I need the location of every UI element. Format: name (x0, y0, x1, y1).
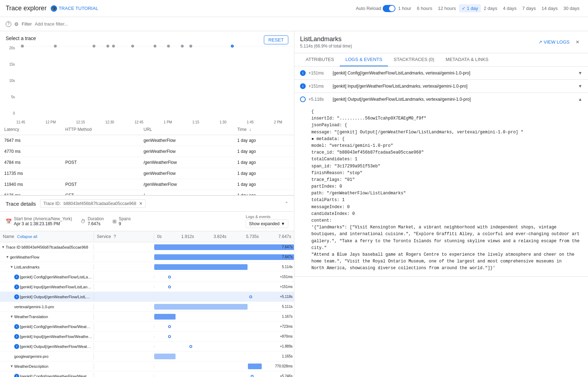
time-1h[interactable]: 1 hour (395, 4, 414, 12)
scatter-dot[interactable] (93, 45, 95, 48)
collapse-all-btn[interactable]: Collapse all (17, 234, 37, 239)
expand-icon[interactable]: ⌃ (285, 201, 288, 206)
cell-method (61, 168, 139, 179)
span-timeline-cell: +151ms (154, 276, 294, 278)
span-name-text: Trace ID b88043ef456b87fcadaa5ea05ccae96… (6, 245, 88, 249)
filter-label[interactable]: Filter (22, 21, 32, 27)
table-row[interactable]: 4784 ms POST /genWeatherFlow 1 day ago (0, 157, 294, 168)
span-row[interactable]: vertexai/gemini-1.0-pro 5.111s (0, 302, 294, 312)
span-row[interactable]: ▼ListLandmarks 5.114s (0, 262, 294, 272)
help-icon[interactable]: ? (6, 21, 11, 27)
log-entry-header[interactable]: i +151ms [genkit] Input[/genWeatherFlow/… (294, 80, 588, 93)
span-label: 7.647s (282, 255, 293, 259)
table-row[interactable]: 11940 ms POST /genWeatherFlow 1 day ago (0, 179, 294, 190)
scatter-dot[interactable] (154, 45, 156, 48)
trace-table-section: Latency HTTP Method URL Time ↓ 7647 ms g… (0, 124, 294, 195)
col-method[interactable]: HTTP Method (61, 124, 139, 135)
table-row[interactable]: 7647 ms genWeatherFlow 1 day ago (0, 135, 294, 146)
log-body-line: totalCandidates: 1 (311, 156, 582, 163)
scatter-dot[interactable] (131, 45, 134, 48)
col-time[interactable]: Time ↓ (233, 124, 294, 135)
chevron-icon[interactable]: ▼ (10, 315, 13, 318)
span-row[interactable]: i[genkit] Output[/genWeatherFlow/Weather… (0, 342, 294, 351)
col-latency[interactable]: Latency (0, 124, 61, 135)
span-name-text: [genkit] Config[/genWeatherFlow/WeatherT… (20, 325, 92, 329)
scatter-dot[interactable] (167, 45, 170, 48)
span-row[interactable]: i[genkit] Config[/genWeatherFlow/ListLan… (0, 272, 294, 282)
span-row[interactable]: i[genkit] Output[/genWeatherFlow/ListLan… (0, 292, 294, 302)
tab-attributes[interactable]: ATTRIBUTES (300, 53, 340, 66)
trace-tutorial-badge[interactable]: 🎓 TRACE TUTORIAL (51, 5, 98, 12)
log-body-line: '{"landmarks": ["Visit Kensington Market… (311, 224, 582, 231)
log-body-line: message: "[genkit] Output[/genWeatherFlo… (311, 129, 582, 136)
chevron-icon[interactable]: ▼ (10, 364, 13, 368)
span-service-cell (94, 375, 154, 377)
scatter-dot[interactable] (189, 45, 192, 48)
clear-trace-icon[interactable]: ✕ (139, 201, 143, 206)
time-7d[interactable]: 7 days (520, 4, 539, 12)
info-badge: i (14, 374, 19, 377)
span-name-text: [genkit] Input[/genWeatherFlow/ListLandm… (20, 285, 92, 289)
log-entry-header[interactable]: i +151ms [genkit] Config[/genWeatherFlow… (294, 67, 588, 79)
span-row[interactable]: i[genkit] Input[/genWeatherFlow/WeatherT… (0, 332, 294, 342)
table-row[interactable]: 6176 ms GET / 1 day ago (0, 190, 294, 195)
span-timeline-cell: +5.118s (154, 296, 294, 298)
logs-dropdown-select[interactable]: Show expanded ▼ (246, 220, 288, 228)
view-logs-button[interactable]: ↗ VIEW LOGS (538, 39, 570, 45)
time-6h[interactable]: 6 hours (414, 4, 435, 12)
span-name-text: googleai/gemini-pro (14, 354, 49, 359)
time-30d[interactable]: 30 days (560, 4, 582, 12)
span-bar (154, 264, 248, 270)
span-name-text: [genkit] Config[/genWeatherFlow/WeatherD… (20, 374, 92, 377)
time-1d[interactable]: 1 day (459, 4, 481, 12)
filter-input[interactable] (35, 21, 582, 27)
span-row[interactable]: i[genkit] Config[/genWeatherFlow/Weather… (0, 322, 294, 332)
chevron-icon[interactable]: ▼ (10, 265, 13, 269)
chevron-icon[interactable]: ▼ (6, 255, 9, 259)
time-2d[interactable]: 2 days (481, 4, 500, 12)
span-name-cell: i[genkit] Output[/genWeatherFlow/ListLan… (0, 293, 94, 300)
timeline-3824s: 3.824s (213, 234, 226, 239)
scatter-dot[interactable] (54, 45, 57, 48)
scatter-dot[interactable] (112, 45, 115, 48)
time-14d[interactable]: 14 days (539, 4, 561, 12)
scatter-dot[interactable] (106, 45, 109, 48)
span-row[interactable]: ▼Trace ID b88043ef456b87fcadaa5ea05ccae9… (0, 242, 294, 252)
log-expand-icon[interactable]: ▲ (578, 97, 582, 102)
time-12h[interactable]: 12 hours (435, 4, 459, 12)
scatter-dot[interactable] (181, 45, 184, 48)
log-expand-icon[interactable]: ▼ (578, 71, 582, 76)
log-body-line: candidateIndex: 0 (311, 211, 582, 217)
right-header-content: ListLandmarks 5.114s (66.9% of total tim… (300, 35, 352, 49)
tab-logs-events[interactable]: LOGS & EVENTS (340, 53, 388, 66)
span-name-cell: ▼WeatherDescription (0, 363, 94, 370)
reset-button[interactable]: RESET (264, 35, 288, 44)
scatter-dot[interactable] (21, 45, 24, 48)
table-row[interactable]: 11735 ms genWeatherFlow 1 day ago (0, 168, 294, 179)
tab-stacktraces[interactable]: STACKTRACES (0) (388, 53, 440, 66)
log-entry-header[interactable]: +5.118s [genkit] Output[/genWeatherFlow/… (294, 93, 588, 106)
chevron-icon[interactable]: ▼ (1, 245, 5, 249)
x-label: 12:30 (105, 120, 114, 124)
span-row[interactable]: ▼WeatherDescription 770.028ms (0, 361, 294, 371)
log-body-line: content: (311, 217, 582, 224)
col-url[interactable]: URL (139, 124, 233, 135)
span-name-text: [genkit] Input[/genWeatherFlow/WeatherTr… (20, 334, 92, 339)
service-help-icon[interactable]: ? (113, 234, 116, 239)
scatter-title: Select a trace (6, 35, 36, 41)
log-expand-icon[interactable]: ▼ (578, 84, 582, 89)
auto-reload-toggle[interactable] (383, 5, 395, 12)
table-row[interactable]: 4770 ms genWeatherFlow 1 day ago (0, 146, 294, 157)
span-service-cell (94, 306, 154, 308)
span-row[interactable]: googleai/gemini-pro 1.165s (0, 351, 294, 361)
filter-bar: ? ⚙ Filter (0, 17, 588, 31)
span-row[interactable]: i[genkit] Input[/genWeatherFlow/ListLand… (0, 282, 294, 292)
tab-metadata[interactable]: METADATA & LINKS (440, 53, 494, 66)
span-row[interactable]: ▼genWeatherFlow 7.647s (0, 252, 294, 262)
scatter-dot-selected[interactable] (231, 45, 234, 48)
span-row[interactable]: i[genkit] Config[/genWeatherFlow/Weather… (0, 371, 294, 377)
close-right-panel-button[interactable]: ✕ (572, 37, 582, 47)
x-label: 2 PM (274, 120, 282, 124)
span-row[interactable]: ▼WeatherTranslation 1.167s (0, 312, 294, 322)
time-4d[interactable]: 4 days (500, 4, 519, 12)
